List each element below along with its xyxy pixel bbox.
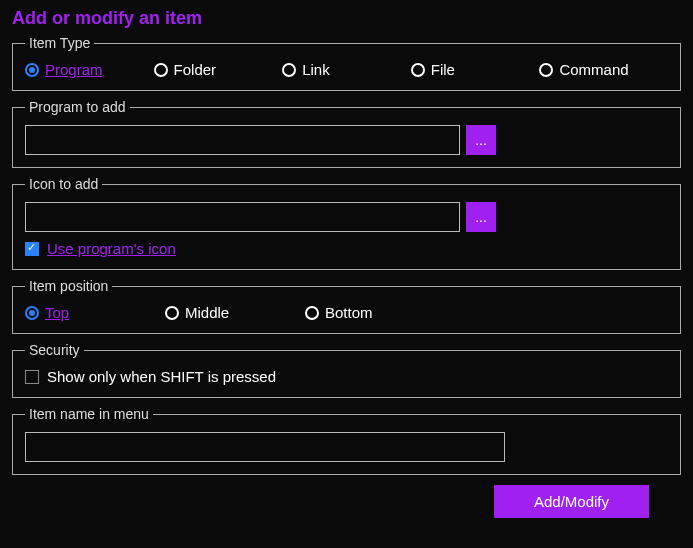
icon-input-row: ... bbox=[25, 202, 668, 232]
radio-icon bbox=[25, 63, 39, 77]
program-input-row: ... bbox=[25, 125, 668, 155]
item-type-group: Item Type Program Folder Link File Comma… bbox=[12, 35, 681, 91]
radio-file[interactable]: File bbox=[411, 61, 540, 78]
radio-command-label: Command bbox=[559, 61, 628, 78]
radio-file-label: File bbox=[431, 61, 455, 78]
add-modify-button[interactable]: Add/Modify bbox=[494, 485, 649, 518]
radio-icon bbox=[411, 63, 425, 77]
security-group: Security Show only when SHIFT is pressed bbox=[12, 342, 681, 398]
page-title: Add or modify an item bbox=[12, 8, 681, 29]
radio-middle[interactable]: Middle bbox=[165, 304, 305, 321]
footer: Add/Modify bbox=[12, 483, 681, 518]
shift-only-checkbox[interactable]: Show only when SHIFT is pressed bbox=[25, 368, 668, 385]
radio-top[interactable]: Top bbox=[25, 304, 165, 321]
radio-top-label: Top bbox=[45, 304, 69, 321]
item-position-group: Item position Top Middle Bottom bbox=[12, 278, 681, 334]
icon-path-input[interactable] bbox=[25, 202, 460, 232]
item-position-radio-row: Top Middle Bottom bbox=[25, 304, 668, 321]
security-legend: Security bbox=[25, 342, 84, 358]
radio-icon bbox=[539, 63, 553, 77]
item-type-radio-row: Program Folder Link File Command bbox=[25, 61, 668, 78]
checkbox-icon bbox=[25, 242, 39, 256]
use-program-icon-checkbox[interactable]: Use program's icon bbox=[25, 240, 668, 257]
radio-program-label: Program bbox=[45, 61, 103, 78]
radio-link-label: Link bbox=[302, 61, 330, 78]
radio-icon bbox=[154, 63, 168, 77]
radio-icon bbox=[282, 63, 296, 77]
item-type-legend: Item Type bbox=[25, 35, 94, 51]
item-name-input[interactable] bbox=[25, 432, 505, 462]
radio-middle-label: Middle bbox=[185, 304, 229, 321]
icon-browse-button[interactable]: ... bbox=[466, 202, 496, 232]
use-program-icon-label: Use program's icon bbox=[47, 240, 176, 257]
add-modify-item-window: Add or modify an item Item Type Program … bbox=[0, 0, 693, 530]
shift-only-label: Show only when SHIFT is pressed bbox=[47, 368, 276, 385]
icon-to-add-legend: Icon to add bbox=[25, 176, 102, 192]
radio-folder[interactable]: Folder bbox=[154, 61, 283, 78]
item-name-group: Item name in menu bbox=[12, 406, 681, 475]
radio-icon bbox=[165, 306, 179, 320]
radio-icon bbox=[25, 306, 39, 320]
program-browse-button[interactable]: ... bbox=[466, 125, 496, 155]
radio-link[interactable]: Link bbox=[282, 61, 411, 78]
radio-command[interactable]: Command bbox=[539, 61, 668, 78]
item-name-legend: Item name in menu bbox=[25, 406, 153, 422]
program-path-input[interactable] bbox=[25, 125, 460, 155]
icon-to-add-group: Icon to add ... Use program's icon bbox=[12, 176, 681, 270]
program-to-add-legend: Program to add bbox=[25, 99, 130, 115]
item-position-legend: Item position bbox=[25, 278, 112, 294]
checkbox-icon bbox=[25, 370, 39, 384]
radio-icon bbox=[305, 306, 319, 320]
radio-bottom-label: Bottom bbox=[325, 304, 373, 321]
radio-program[interactable]: Program bbox=[25, 61, 154, 78]
radio-bottom[interactable]: Bottom bbox=[305, 304, 445, 321]
radio-folder-label: Folder bbox=[174, 61, 217, 78]
program-to-add-group: Program to add ... bbox=[12, 99, 681, 168]
